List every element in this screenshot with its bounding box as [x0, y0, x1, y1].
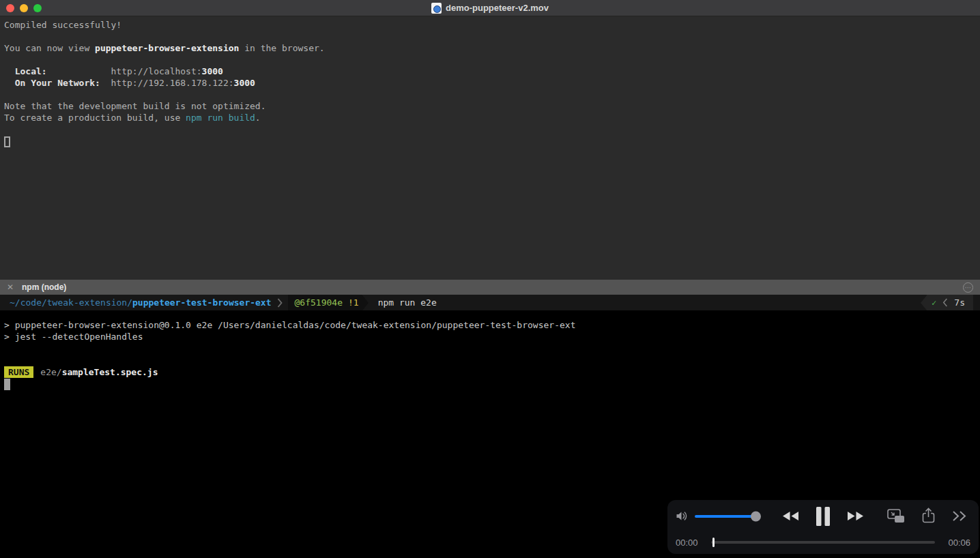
jest-command-line: > jest --detectOpenHandles [4, 331, 980, 342]
task-label: npm (node) [22, 282, 66, 292]
local-url-line: Local: http://localhost:3000 [4, 65, 980, 77]
network-url-line: On Your Network: http://192.168.178.122:… [4, 77, 980, 89]
browser-view-message: You can now view puppeteer-browser-exten… [4, 42, 980, 54]
chevron-left-icon [942, 298, 948, 307]
title-area: demo-puppeteer-v2.mov [0, 0, 980, 16]
player-timeline-row: 00:00 00:06 [667, 532, 979, 553]
volume-icon[interactable] [676, 510, 689, 522]
network-port: 3000 [234, 78, 255, 88]
local-port: 3000 [202, 66, 223, 76]
git-segment: @6f51904e !1 [288, 295, 362, 310]
picture-in-picture-button[interactable] [887, 509, 906, 523]
volume-slider[interactable] [695, 515, 759, 518]
video-file-icon [431, 3, 442, 14]
runs-status-badge: RUNS [4, 366, 33, 378]
prompt-current-dir: puppeteer-test-browser-ext [132, 297, 272, 308]
npm-output: > puppeteer-browser-extension@0.1.0 e2e … [0, 319, 980, 342]
dev-server-terminal-pane: Compiled successfully! You can now view … [0, 16, 980, 280]
volume-control [676, 510, 759, 522]
more-controls-button[interactable] [951, 510, 968, 522]
build-command: npm run build [186, 113, 255, 123]
terminal-cursor-inactive [4, 136, 10, 147]
window-title: demo-puppeteer-v2.mov [446, 3, 549, 13]
player-secondary-controls [887, 508, 968, 525]
player-controls-overlay: 00:00 00:06 [667, 500, 979, 554]
player-buttons-row [667, 500, 979, 532]
package-name: puppeteer-browser-extension [95, 43, 239, 53]
terminal-cursor-active [4, 379, 10, 390]
powerline-arrow-right [362, 295, 369, 310]
close-window-button[interactable] [6, 4, 14, 12]
pause-button[interactable] [816, 507, 831, 526]
timeline-scrubber[interactable] [711, 541, 935, 544]
title-bar: demo-puppeteer-v2.mov [0, 0, 980, 16]
fast-forward-button[interactable] [846, 510, 865, 522]
minimize-window-button[interactable] [20, 4, 28, 12]
spec-path: e2e/ [40, 367, 61, 377]
build-hint-line: To create a production build, use npm ru… [4, 112, 980, 123]
npm-script-line: > puppeteer-browser-extension@0.1.0 e2e … [4, 319, 980, 331]
shell-prompt-row: ~/code/tweak-extension/puppeteer-test-br… [0, 295, 980, 310]
success-check-icon: ✓ [932, 298, 936, 308]
powerline-arrow-left [921, 295, 927, 310]
rewind-button[interactable] [781, 510, 800, 522]
current-time: 00:00 [676, 538, 704, 548]
typed-command: npm run e2e [378, 297, 437, 308]
volume-slider-knob[interactable] [751, 511, 761, 521]
jest-runs-line: RUNS e2e/sampleTest.spec.js [0, 366, 980, 378]
git-dirty-status: !1 [348, 297, 359, 308]
prompt-right-status: ✓ 7s [921, 295, 973, 310]
overflow-menu-icon[interactable]: ⋯ [963, 282, 973, 293]
terminal-task-bar: ✕ npm (node) ⋯ [0, 280, 980, 295]
close-task-icon[interactable]: ✕ [7, 282, 18, 292]
spec-filename: sampleTest.spec.js [62, 367, 158, 377]
command-duration: 7s [954, 297, 965, 308]
duration-time: 00:06 [942, 538, 970, 548]
note-line: Note that the development build is not o… [4, 100, 980, 112]
git-commit-hash: @6f51904e [295, 297, 343, 308]
transport-controls [781, 507, 865, 526]
share-button[interactable] [921, 508, 936, 525]
chevron-right-icon [277, 298, 283, 308]
prompt-path: ~/code/tweak-extension/ [10, 297, 132, 308]
zoom-window-button[interactable] [33, 4, 42, 12]
compiled-message: Compiled successfully! [4, 19, 980, 31]
traffic-lights [6, 4, 42, 12]
quicktime-window: demo-puppeteer-v2.mov Compiled successfu… [0, 0, 980, 558]
playhead[interactable] [712, 538, 715, 547]
